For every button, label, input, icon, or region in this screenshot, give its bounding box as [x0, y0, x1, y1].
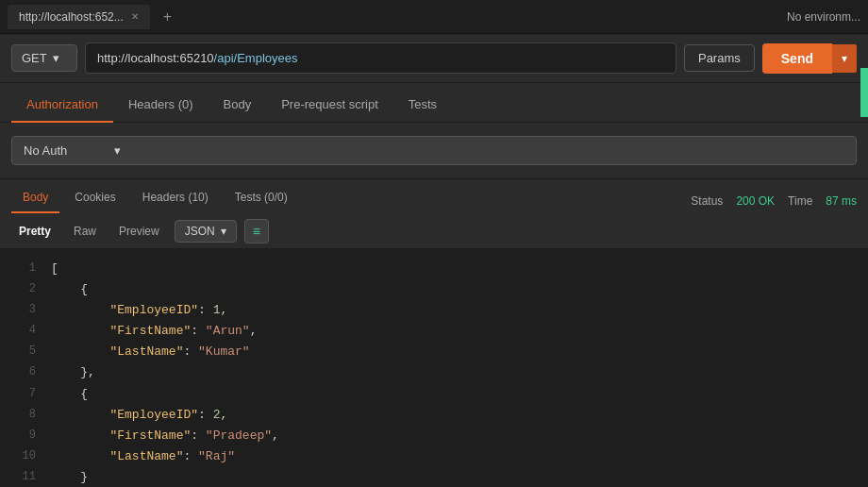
tab-tests[interactable]: Tests	[393, 88, 452, 123]
time-value: 87 ms	[826, 194, 857, 208]
line-num-6: 6	[9, 362, 36, 381]
browser-tab[interactable]: http://localhost:652... ✕	[8, 5, 150, 29]
tab-prerequest[interactable]: Pre-request script	[266, 88, 393, 123]
code-line-3: 3 "EmployeeID": 1,	[0, 300, 868, 321]
url-input[interactable]: http://localhost:65210/api/Employees	[85, 42, 676, 74]
code-line-2: 2 {	[0, 279, 868, 300]
status-value: 200 OK	[736, 194, 775, 208]
resp-tab-cookies[interactable]: Cookies	[63, 183, 126, 213]
line-num-9: 9	[9, 426, 36, 445]
preview-button[interactable]: Preview	[111, 221, 167, 242]
new-tab-button[interactable]: +	[158, 7, 177, 27]
auth-chevron-icon: ▾	[114, 143, 121, 158]
auth-type-select[interactable]: No Auth ▾	[11, 136, 857, 165]
resp-tab-body[interactable]: Body	[11, 183, 59, 213]
tab-headers[interactable]: Headers (0)	[113, 88, 209, 123]
line-num-10: 10	[9, 446, 36, 465]
code-line-5: 5 "LastName": "Kumar"	[0, 342, 868, 362]
request-tabs-row: Authorization Headers (0) Body Pre-reque…	[0, 83, 868, 123]
code-line-9: 9 "FirstName": "Pradeep",	[0, 426, 868, 446]
status-label: Status	[691, 194, 723, 208]
response-tabs-row: Body Cookies Headers (10) Tests (0/0) St…	[0, 179, 868, 213]
environment-label: No environm...	[787, 10, 860, 24]
tab-body[interactable]: Body	[209, 88, 267, 123]
send-dropdown-button[interactable]: ▾	[832, 44, 857, 73]
code-line-11: 11 }	[0, 467, 868, 487]
resp-tab-tests[interactable]: Tests (0/0)	[224, 183, 299, 213]
format-icon-button[interactable]: ≡	[244, 219, 269, 244]
pretty-button[interactable]: Pretty	[11, 221, 58, 242]
send-button-group: Send ▾	[762, 43, 857, 74]
line-num-8: 8	[9, 405, 36, 424]
url-path: /api/Employees	[214, 51, 298, 65]
time-label: Time	[788, 194, 812, 208]
raw-button[interactable]: Raw	[66, 221, 104, 242]
auth-value: No Auth	[24, 143, 67, 158]
line-num-11: 11	[9, 467, 36, 486]
format-icon: ≡	[253, 224, 260, 239]
format-bar: Pretty Raw Preview JSON ▾ ≡	[0, 213, 868, 249]
browser-bar: http://localhost:652... ✕ + No environm.…	[0, 0, 868, 34]
format-label: JSON	[185, 225, 215, 238]
response-code-area[interactable]: 1 [ 2 { 3 "EmployeeID": 1, 4 "FirstName"…	[0, 249, 868, 487]
line-num-3: 3	[9, 300, 36, 319]
resp-tab-headers[interactable]: Headers (10)	[131, 183, 220, 213]
method-select[interactable]: GET ▾	[11, 44, 77, 72]
request-bar: GET ▾ http://localhost:65210/api/Employe…	[0, 34, 868, 83]
format-chevron-icon: ▾	[221, 225, 226, 238]
code-line-10: 10 "LastName": "Raj"	[0, 446, 868, 467]
response-status-info: Status 200 OK Time 87 ms	[691, 194, 857, 213]
url-base: http://localhost:65210	[97, 51, 214, 65]
env-indicator	[860, 68, 868, 117]
params-button[interactable]: Params	[684, 44, 755, 72]
tab-close-icon[interactable]: ✕	[131, 11, 139, 22]
line-num-7: 7	[9, 384, 36, 403]
code-line-7: 7 {	[0, 384, 868, 405]
line-num-4: 4	[9, 321, 36, 340]
code-line-1: 1 [	[0, 259, 868, 279]
line-num-2: 2	[9, 279, 36, 298]
method-chevron-icon: ▾	[53, 51, 59, 65]
method-label: GET	[22, 51, 47, 65]
code-line-8: 8 "EmployeeID": 2,	[0, 405, 868, 426]
auth-section: No Auth ▾	[0, 123, 868, 179]
json-format-select[interactable]: JSON ▾	[175, 220, 237, 243]
tab-authorization[interactable]: Authorization	[11, 88, 113, 123]
tab-title: http://localhost:652...	[19, 10, 124, 24]
line-num-1: 1	[9, 259, 36, 277]
code-line-4: 4 "FirstName": "Arun",	[0, 321, 868, 342]
line-num-5: 5	[9, 342, 36, 361]
code-line-6: 6 },	[0, 362, 868, 383]
send-button[interactable]: Send	[762, 43, 832, 74]
